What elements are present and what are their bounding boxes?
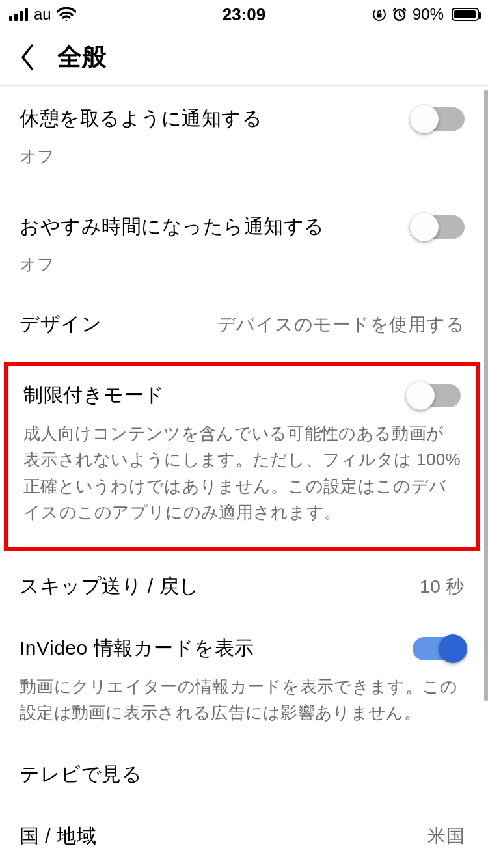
wifi-icon	[57, 7, 76, 21]
bedtime-reminder-toggle[interactable]	[413, 215, 465, 239]
restricted-mode-toggle[interactable]	[409, 384, 461, 407]
setting-design[interactable]: デザイン デバイスのモードを使用する	[0, 293, 484, 351]
setting-restricted-mode[interactable]: 制限付きモード 成人向けコンテンツを含んでいる可能性のある動画が表示されないよう…	[4, 362, 480, 551]
svg-rect-2	[20, 11, 23, 21]
carrier-label: au	[34, 5, 51, 23]
setting-invideo-cards[interactable]: InVideo 情報カードを表示 動画にクリエイターの情報カードを表示できます。…	[0, 617, 484, 739]
settings-list: 休憩を取るように通知する オフ おやすみ時間になったら通知する オフ デザイン …	[0, 87, 484, 868]
invideo-cards-title: InVideo 情報カードを表示	[20, 635, 254, 662]
status-left: au	[9, 5, 76, 23]
battery-percentage: 90%	[413, 5, 444, 23]
battery-icon	[449, 8, 479, 21]
restricted-mode-desc: 成人向けコンテンツを含んでいる可能性のある動画が表示されないようにします。ただし…	[23, 420, 461, 525]
setting-skip[interactable]: スキップ送り / 戻し 10 秒	[0, 563, 484, 613]
status-right: 90%	[372, 5, 479, 23]
setting-country[interactable]: 国 / 地域 米国	[0, 805, 484, 863]
setting-watch-on-tv[interactable]: テレビで見る	[0, 743, 484, 801]
design-title: デザイン	[20, 311, 102, 338]
skip-title: スキップ送り / 戻し	[20, 573, 200, 600]
scrollbar-thumb[interactable]	[484, 90, 488, 701]
restricted-mode-title: 制限付きモード	[23, 382, 165, 409]
svg-rect-5	[377, 14, 381, 18]
break-reminder-sub: オフ	[20, 145, 465, 168]
navbar: 全般	[0, 29, 488, 86]
invideo-cards-toggle[interactable]	[413, 637, 465, 660]
setting-break-reminder[interactable]: 休憩を取るように通知する オフ	[0, 87, 484, 181]
design-value: デバイスのモードを使用する	[217, 312, 465, 337]
svg-rect-1	[14, 14, 18, 21]
svg-rect-0	[9, 16, 12, 21]
country-title: 国 / 地域	[20, 823, 96, 850]
back-button[interactable]	[13, 43, 42, 72]
watch-on-tv-title: テレビで見る	[20, 761, 142, 788]
bedtime-reminder-title: おやすみ時間になったら通知する	[20, 213, 325, 240]
chevron-left-icon	[19, 43, 36, 72]
svg-rect-3	[25, 8, 28, 21]
alarm-icon	[392, 7, 407, 21]
break-reminder-toggle[interactable]	[413, 107, 465, 131]
cellular-signal-icon	[9, 8, 29, 21]
break-reminder-title: 休憩を取るように通知する	[20, 105, 262, 132]
orientation-lock-icon	[372, 7, 386, 21]
invideo-cards-desc: 動画にクリエイターの情報カードを表示できます。この設定は動画に表示される広告には…	[20, 673, 465, 726]
status-bar: au 23:09 90%	[0, 0, 488, 29]
country-value: 米国	[427, 824, 465, 848]
scrollbar[interactable]	[484, 87, 488, 864]
setting-bedtime-reminder[interactable]: おやすみ時間になったら通知する オフ	[0, 195, 484, 289]
page-title: 全般	[57, 40, 107, 74]
skip-value: 10 秒	[420, 575, 465, 599]
bedtime-reminder-sub: オフ	[20, 253, 465, 276]
status-time: 23:09	[223, 5, 266, 25]
